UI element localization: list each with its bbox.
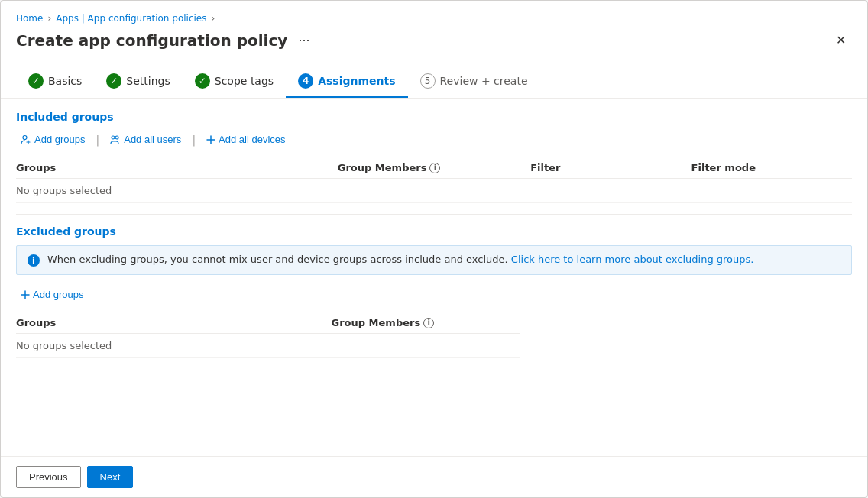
add-excluded-plus-icon [21, 290, 30, 299]
close-button[interactable]: ✕ [830, 30, 852, 50]
group-members-info-icon[interactable]: i [429, 163, 440, 173]
excluded-groups-actions: Add groups [16, 286, 852, 303]
breadcrumb-home[interactable]: Home [16, 13, 43, 24]
add-groups-icon [21, 134, 31, 145]
breadcrumb-sep1: › [47, 13, 51, 24]
main-window: Home › Apps | App configuration policies… [0, 0, 868, 498]
title-row: Create app configuration policy ··· ✕ [16, 30, 852, 50]
breadcrumb-sep2: › [211, 13, 215, 24]
step-review-label: Review + create [440, 75, 528, 87]
svg-point-2 [115, 136, 118, 139]
step-basics-icon: ✓ [28, 73, 44, 89]
previous-button[interactable]: Previous [16, 466, 81, 488]
included-groups-section: Included groups Add groups | [16, 111, 852, 203]
excluded-groups-title: Excluded groups [16, 225, 852, 238]
section-divider [16, 214, 852, 215]
step-settings-icon: ✓ [106, 73, 121, 89]
svg-point-0 [23, 135, 27, 139]
add-groups-button[interactable]: Add groups [16, 131, 90, 148]
included-groups-actions: Add groups | Add all users | Add [16, 131, 852, 148]
excluded-table-empty-row: No groups selected [16, 334, 520, 358]
step-scope-tags-label: Scope tags [215, 75, 274, 87]
excl-group-members-info-icon[interactable]: i [423, 318, 434, 328]
more-options-button[interactable]: ··· [293, 31, 314, 50]
step-assignments-icon: 4 [298, 73, 313, 89]
step-settings[interactable]: ✓ Settings [94, 66, 182, 98]
excl-col-groups: Groups [16, 317, 332, 328]
step-review-create[interactable]: 5 Review + create [408, 66, 540, 98]
add-devices-plus-icon [206, 135, 215, 144]
add-excluded-groups-button[interactable]: Add groups [16, 286, 89, 303]
content-area: Included groups Add groups | [1, 99, 867, 456]
excl-col-group-members: Group Members i [332, 317, 521, 328]
included-empty-text: No groups selected [16, 185, 338, 196]
info-banner-text: When excluding groups, you cannot mix us… [47, 254, 511, 265]
step-assignments[interactable]: 4 Assignments [286, 66, 407, 98]
col-filter: Filter [530, 162, 691, 173]
page-title: Create app configuration policy [16, 31, 287, 50]
wizard-steps: ✓ Basics ✓ Settings ✓ Scope tags 4 Assig… [1, 66, 867, 99]
breadcrumb-apps[interactable]: Apps | App configuration policies [56, 13, 206, 24]
included-table-empty-row: No groups selected [16, 179, 852, 203]
footer: Previous Next [1, 456, 867, 497]
add-all-users-icon [110, 134, 121, 145]
step-scope-tags-icon: ✓ [195, 73, 210, 89]
excluded-empty-text: No groups selected [16, 340, 332, 351]
col-filter-mode: Filter mode [691, 162, 852, 173]
step-review-icon: 5 [420, 73, 436, 89]
window-header: Home › Apps | App configuration policies… [1, 1, 867, 66]
included-groups-title: Included groups [16, 111, 852, 123]
info-banner-link[interactable]: Click here to learn more about excluding… [511, 254, 754, 265]
next-button[interactable]: Next [87, 466, 134, 488]
excluded-table-header: Groups Group Members i [16, 312, 520, 334]
step-basics-label: Basics [48, 75, 82, 87]
excluded-groups-section: Excluded groups i When excluding groups,… [16, 225, 852, 358]
svg-point-1 [112, 136, 115, 139]
col-groups: Groups [16, 162, 338, 173]
col-group-members: Group Members i [338, 162, 530, 173]
included-table-header: Groups Group Members i Filter Filter mod… [16, 157, 852, 179]
info-circle-icon: i [28, 254, 40, 267]
exclude-info-banner: i When excluding groups, you cannot mix … [16, 245, 852, 275]
breadcrumb: Home › Apps | App configuration policies… [16, 13, 852, 24]
step-basics[interactable]: ✓ Basics [16, 66, 94, 98]
step-scope-tags[interactable]: ✓ Scope tags [183, 66, 286, 98]
add-all-devices-button[interactable]: Add all devices [202, 131, 290, 148]
add-all-users-button[interactable]: Add all users [105, 131, 186, 148]
step-assignments-label: Assignments [318, 75, 395, 87]
step-settings-label: Settings [126, 75, 170, 87]
